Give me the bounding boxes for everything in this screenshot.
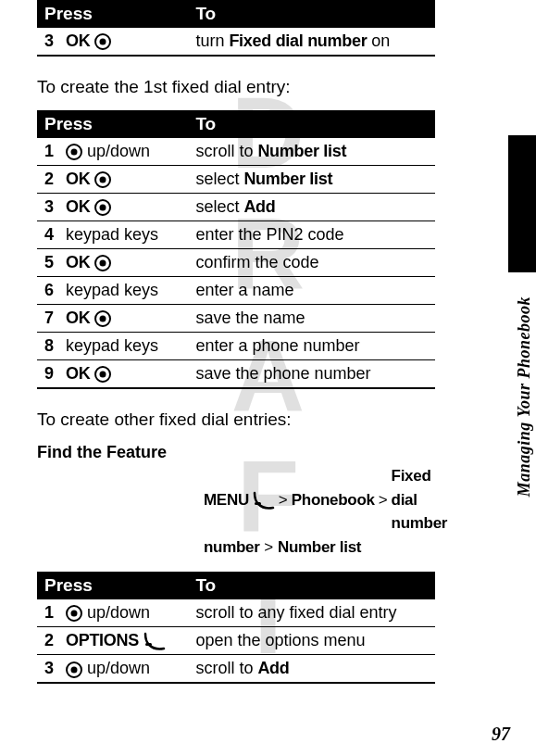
action-pre: scroll to <box>195 142 257 160</box>
action-pre: select <box>195 170 243 188</box>
sep: > <box>279 488 288 512</box>
action-bold: Add <box>257 659 289 677</box>
col-to: To <box>188 572 435 599</box>
col-to: To <box>188 110 435 138</box>
to-cell: scroll to Add <box>188 655 435 684</box>
step-number: 3 <box>44 32 61 51</box>
press-cell: 3 up/down <box>37 655 188 684</box>
path-part-2: Number list <box>278 538 361 556</box>
step-number: 7 <box>44 309 61 328</box>
center-key-icon <box>94 253 111 272</box>
step-number: 9 <box>44 364 61 384</box>
table-row: 3 OK turn Fixed dial number on <box>37 28 435 56</box>
menu-label: MENU <box>204 488 249 512</box>
step-number: 2 <box>44 631 61 650</box>
step-number: 3 <box>44 659 61 678</box>
sep: > <box>264 538 273 556</box>
to-cell: select Add <box>188 194 435 221</box>
action-post: on <box>367 32 390 50</box>
press-cell: 9 OK <box>37 360 188 389</box>
col-press: Press <box>37 572 188 599</box>
table-row: 6 keypad keysenter a name <box>37 277 435 305</box>
step-number: 2 <box>44 170 61 189</box>
action-pre: select <box>195 197 243 216</box>
softkey-icon <box>143 631 166 650</box>
to-cell: turn Fixed dial number on <box>188 28 435 56</box>
table-row: 5 OK confirm the code <box>37 249 435 277</box>
svg-point-5 <box>100 177 106 183</box>
press-cell: 2 OK <box>37 166 188 194</box>
press-cell: 4 keypad keys <box>37 221 188 249</box>
press-cell: 8 keypad keys <box>37 333 188 360</box>
svg-point-1 <box>100 39 106 45</box>
col-press: Press <box>37 0 188 28</box>
table-row: 2 OPTIONS open the options menu <box>37 627 435 655</box>
page-content: Press To 3 OK turn Fixed dial number on … <box>0 0 472 684</box>
table-row: 1 up/downscroll to any fixed dial entry <box>37 599 435 627</box>
col-to: To <box>188 0 435 28</box>
to-cell: scroll to Number list <box>188 138 435 166</box>
step-label-text: up/down <box>87 142 150 161</box>
center-key-icon <box>94 170 111 189</box>
section-label: Managing Your Phonebook <box>515 296 534 497</box>
to-cell: open the options menu <box>188 627 435 655</box>
step-label-text: OK <box>66 32 90 51</box>
table-row: 7 OK save the name <box>37 305 435 333</box>
table-row: 4 keypad keysenter the PIN2 code <box>37 221 435 249</box>
table-row: 3 up/downscroll to Add <box>37 655 435 684</box>
center-key-icon <box>94 309 111 328</box>
to-cell: select Number list <box>188 166 435 194</box>
find-feature-block: Find the Feature <box>37 443 435 462</box>
path-part-0: Phonebook <box>292 488 375 512</box>
step-label-text: keypad keys <box>66 281 158 300</box>
center-key-icon <box>94 197 111 217</box>
action-pre: enter the PIN2 code <box>195 225 343 244</box>
to-cell: confirm the code <box>188 249 435 277</box>
press-cell: 3 OK <box>37 28 188 56</box>
table-row: 9 OK save the phone number <box>37 360 435 389</box>
to-cell: save the phone number <box>188 360 435 389</box>
action-bold: Fixed dial number <box>229 32 367 50</box>
nav-key-icon <box>66 603 82 623</box>
step-label-text: OK <box>66 197 90 217</box>
action-pre: turn <box>195 32 229 50</box>
svg-rect-17 <box>145 643 152 646</box>
press-cell: 3 OK <box>37 194 188 221</box>
intro-2: To create the 1st fixed dial entry: <box>37 77 435 97</box>
svg-point-11 <box>100 316 106 322</box>
to-cell: enter the PIN2 code <box>188 221 435 249</box>
step-number: 6 <box>44 281 61 300</box>
step-label-text: OK <box>66 364 90 384</box>
to-cell: scroll to any fixed dial entry <box>188 599 435 627</box>
intro-3: To create other fixed dial entries: <box>37 410 435 430</box>
action-bold: Add <box>243 197 275 216</box>
action-bold: Number list <box>257 142 346 160</box>
action-bold: Number list <box>243 170 332 188</box>
step-label-text: keypad keys <box>66 336 158 356</box>
action-pre: open the options menu <box>195 631 365 649</box>
table-row: 8 keypad keysenter a phone number <box>37 333 435 360</box>
step-label-text: OK <box>66 170 90 189</box>
thumb-tab <box>508 135 536 272</box>
step-number: 8 <box>44 336 61 356</box>
nav-key-icon <box>66 142 82 161</box>
svg-point-13 <box>100 372 106 378</box>
action-pre: confirm the code <box>195 253 318 271</box>
table-3: Press To 1 up/downscroll to any fixed di… <box>37 572 435 684</box>
action-pre: enter a phone number <box>195 336 359 355</box>
find-feature-heading: Find the Feature <box>37 443 202 462</box>
press-cell: 1 up/down <box>37 599 188 627</box>
sep: > <box>379 488 388 512</box>
press-cell: 7 OK <box>37 305 188 333</box>
press-cell: 5 OK <box>37 249 188 277</box>
table-row: 2 OK select Number list <box>37 166 435 194</box>
action-pre: scroll to <box>195 659 257 677</box>
step-number: 1 <box>44 603 61 623</box>
table-2: Press To 1 up/downscroll to Number list2… <box>37 110 435 389</box>
col-press: Press <box>37 110 188 138</box>
press-cell: 1 up/down <box>37 138 188 166</box>
action-pre: save the phone number <box>195 364 370 383</box>
step-label-text: OK <box>66 253 90 272</box>
svg-point-16 <box>71 611 78 617</box>
press-cell: 6 keypad keys <box>37 277 188 305</box>
